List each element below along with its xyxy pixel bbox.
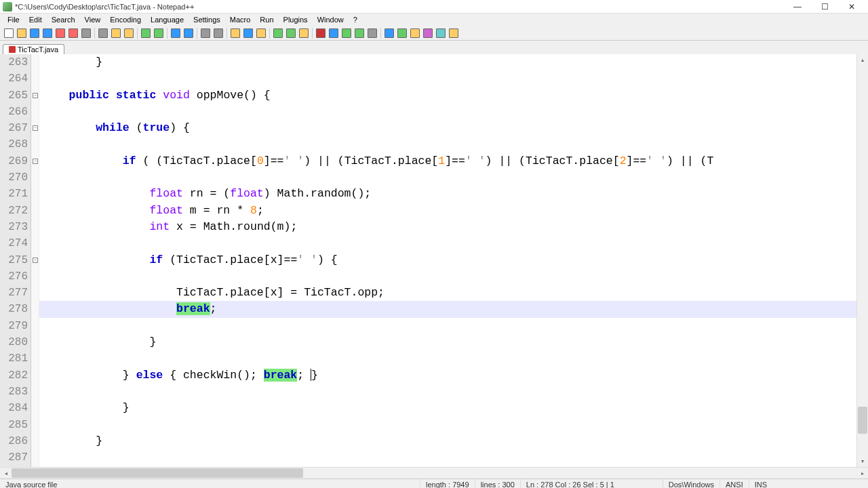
line-number: 264 [0,70,28,87]
saveall-button[interactable] [41,27,54,39]
code-line[interactable]: if (TicTacT.place[x]==' ') { [39,252,856,268]
zoomout-button[interactable] [212,27,224,39]
code-line[interactable] [39,169,856,186]
line-number: 277 [0,285,28,301]
line-number: 285 [0,417,28,433]
code-line[interactable] [39,318,856,334]
cut-button[interactable] [97,27,109,39]
scroll-right-arrow[interactable]: ▸ [856,468,868,479]
horizontal-scrollbar[interactable]: ◂ ▸ [0,467,868,479]
code-line[interactable] [39,70,856,87]
find-button[interactable] [170,27,182,39]
code-line[interactable] [39,136,856,152]
s4-button[interactable] [422,27,434,39]
code-line[interactable]: } [39,433,856,449]
s1-button[interactable] [383,27,395,39]
scroll-down-arrow[interactable]: ▾ [857,455,868,467]
code-area[interactable]: } public static void oppMove() { while (… [39,54,856,467]
menu-encoding[interactable]: Encoding [105,15,146,24]
undo-button[interactable] [140,27,152,39]
code-line[interactable]: } [39,334,856,350]
fold-column: −−−− [31,54,39,467]
paste-button[interactable] [123,27,135,39]
save-macro-button[interactable] [366,27,378,39]
indent-button[interactable] [255,27,267,39]
fold-toggle[interactable]: − [33,125,38,131]
menu-run[interactable]: Run [255,15,278,24]
close-button[interactable]: ✕ [838,1,865,13]
s3-button[interactable] [409,27,421,39]
code-line[interactable]: public static void oppMove() { [39,87,856,104]
code-line[interactable]: break; [39,301,856,317]
menu-language[interactable]: Language [146,15,189,24]
zoomin-button[interactable] [199,27,212,39]
code-line[interactable] [39,449,856,466]
menu-plugins[interactable]: Plugins [279,15,313,24]
folder-button[interactable] [298,27,310,39]
wrap-button[interactable] [229,27,241,39]
menu-macro[interactable]: Macro [225,15,256,24]
code-line[interactable] [39,384,856,400]
save-button[interactable] [28,27,41,39]
replace-button[interactable] [182,27,195,39]
code-line[interactable]: float m = rn * 8; [39,203,856,219]
hscroll-thumb[interactable] [12,468,303,478]
redo-button[interactable] [153,27,165,39]
line-number: 266 [0,104,28,120]
scroll-left-arrow[interactable]: ◂ [0,468,12,479]
stop-button[interactable] [328,27,340,39]
playmulti-button[interactable] [353,27,366,39]
menu-settings[interactable]: Settings [189,15,225,24]
file-tab[interactable]: TicTacT.java [3,44,64,54]
menu-help[interactable]: ? [349,15,362,24]
menu-search[interactable]: Search [47,15,80,24]
code-line[interactable] [39,268,856,285]
code-line[interactable]: int x = Math.round(m); [39,219,856,235]
line-number: 286 [0,433,28,449]
print-button[interactable] [80,27,92,39]
code-line[interactable] [39,350,856,367]
code-line[interactable]: float rn = (float) Math.random(); [39,186,856,202]
fold-toggle[interactable]: − [33,159,38,164]
s6-button[interactable] [448,27,460,39]
line-number: 281 [0,350,28,367]
code-line[interactable]: while (true) { [39,120,856,136]
code-line[interactable]: } else { checkWin(); break; } [39,367,856,384]
line-number: 278 [0,301,28,317]
copy-button[interactable] [110,27,122,39]
code-line[interactable]: TicTacT.place[x] = TicTacT.opp; [39,285,856,301]
closeall-button[interactable] [67,27,79,39]
vscroll-thumb[interactable] [858,407,867,434]
line-number: 279 [0,318,28,334]
code-line[interactable]: } [39,400,856,416]
code-line[interactable] [39,417,856,433]
maximize-button[interactable]: ☐ [811,1,838,13]
menu-window[interactable]: Window [313,15,349,24]
scroll-up-arrow[interactable]: ▴ [857,54,868,66]
play-button[interactable] [340,27,353,39]
code-line[interactable]: if ( (TicTacT.place[0]==' ') || (TicTacT… [39,153,856,169]
s2-button[interactable] [396,27,408,39]
rec-button[interactable] [315,27,327,39]
fold-button[interactable] [272,27,284,39]
new-button[interactable] [3,27,15,39]
menu-file[interactable]: File [3,15,24,24]
vertical-scrollbar[interactable]: ▴ ▾ [856,54,868,467]
open-button[interactable] [16,27,28,39]
fold-toggle[interactable]: − [33,93,38,98]
unsaved-icon [9,46,16,53]
close-button[interactable] [54,27,66,39]
code-line[interactable] [39,104,856,120]
allchars-button[interactable] [242,27,254,39]
tab-bar: TicTacT.java [0,41,868,54]
code-line[interactable] [39,235,856,251]
minimize-button[interactable]: — [784,1,811,13]
s5-button[interactable] [435,27,447,39]
line-number: 265 [0,87,28,104]
unfold-button[interactable] [285,27,297,39]
code-line[interactable]: } [39,54,856,70]
menu-edit[interactable]: Edit [24,15,47,24]
menu-view[interactable]: View [80,15,106,24]
line-number: 276 [0,268,28,285]
fold-toggle[interactable]: − [33,258,38,263]
